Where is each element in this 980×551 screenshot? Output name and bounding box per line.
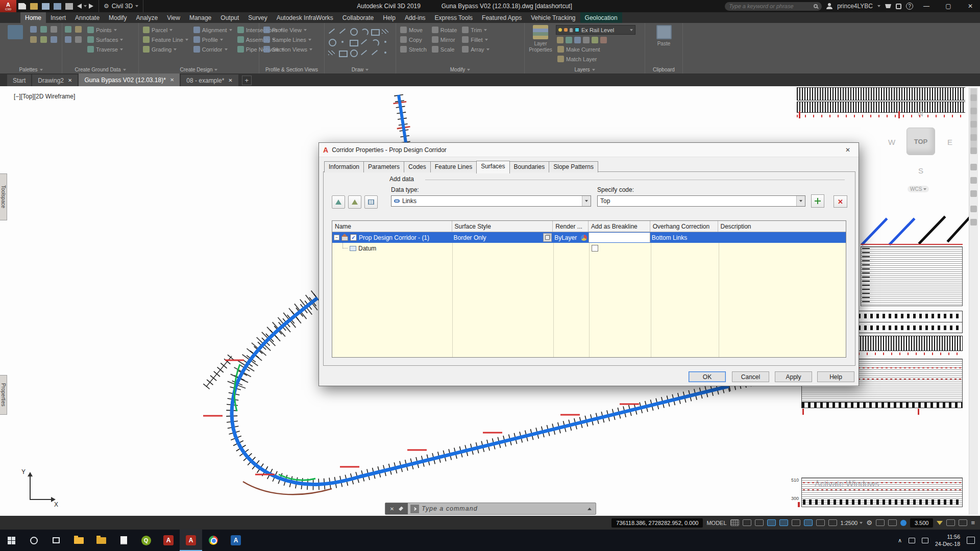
column-header-name[interactable]: Name (332, 221, 452, 232)
column-header-surface-style[interactable]: Surface Style (452, 221, 553, 232)
gradient-tool-icon[interactable] (327, 48, 337, 58)
help-search-box[interactable] (725, 2, 822, 11)
units-icon[interactable] (900, 520, 906, 526)
nav-tool-icon[interactable] (970, 134, 977, 141)
arc-tool-icon[interactable] (359, 27, 369, 36)
ribbon-tab-express-tools[interactable]: Express Tools (430, 12, 477, 23)
stay-connected-icon[interactable] (896, 4, 901, 9)
tab-parameters[interactable]: Parameters (363, 161, 404, 172)
civil3d-active-button[interactable]: A (180, 530, 202, 551)
cortana-button[interactable] (22, 530, 45, 551)
tab-slope-patterns[interactable]: Slope Patterns (549, 161, 598, 172)
compass-east[interactable]: E (947, 138, 952, 146)
minimize-button[interactable]: — (918, 0, 935, 12)
nav-tool-icon[interactable] (970, 121, 977, 128)
close-tab-icon[interactable]: ✕ (68, 78, 72, 83)
nav-tool-icon[interactable] (970, 206, 977, 212)
notepad-button[interactable] (112, 530, 135, 551)
nav-tool-icon[interactable] (970, 147, 977, 154)
dynamic-input-icon[interactable] (767, 519, 776, 526)
panel-label-profile-section-views[interactable]: Profile & Section Views (259, 67, 324, 72)
volume-icon[interactable] (922, 538, 928, 543)
task-view-button[interactable] (45, 530, 67, 551)
application-menu-button[interactable]: A C3D (0, 0, 16, 12)
file-tab-start[interactable]: Start (7, 74, 31, 86)
ribbon-tab-geolocation[interactable]: Geolocation (580, 12, 622, 23)
donut-tool-icon[interactable] (349, 48, 358, 58)
ribbon-tab-insert[interactable]: Insert (46, 12, 70, 23)
xline-tool-icon[interactable] (370, 48, 380, 58)
ribbon-tab-home[interactable]: Home (20, 12, 46, 23)
ribbon-tool[interactable]: Mirror (430, 35, 458, 44)
command-line[interactable]: ✕ Type a command (385, 503, 596, 515)
rectangle-tool-icon[interactable] (370, 27, 380, 36)
column-header-description[interactable]: Description (718, 221, 846, 232)
ribbon-tool[interactable]: Move (399, 25, 428, 35)
layer-off-icon[interactable] (557, 37, 564, 43)
app-store-icon[interactable] (885, 4, 891, 8)
ribbon-tool[interactable]: Grading (141, 44, 190, 54)
polyline-tool-icon[interactable] (338, 27, 348, 36)
ok-button[interactable]: OK (689, 371, 726, 382)
create-corridor-surface-button[interactable] (332, 195, 345, 209)
model-space-button[interactable]: MODEL (706, 520, 726, 526)
layer-freeze-tool-icon[interactable] (574, 37, 581, 43)
compass-south[interactable]: S (918, 166, 923, 175)
data-type-combo[interactable]: Links (391, 195, 591, 207)
ribbon-tab-add-ins[interactable]: Add-ins (400, 12, 430, 23)
ribbon-tool[interactable]: Make Current (556, 44, 635, 54)
ribbon-tab-output[interactable]: Output (216, 12, 243, 23)
command-customize-icon[interactable] (399, 507, 403, 511)
survey-palette-icon[interactable] (51, 26, 57, 33)
ribbon-tool[interactable]: Fillet (460, 35, 491, 44)
divide-tool-icon[interactable] (381, 37, 390, 47)
file-tab-example[interactable]: 08 - example*✕ (181, 74, 238, 86)
style-picker-button[interactable] (543, 233, 552, 242)
layer-dropdown[interactable]: Ex Rail Level (556, 25, 635, 35)
nav-tool-icon[interactable] (970, 94, 977, 101)
autocad-button[interactable]: A (157, 530, 180, 551)
dialog-close-button[interactable]: ✕ (840, 145, 855, 155)
nav-tool-icon[interactable] (970, 219, 977, 226)
ribbon-tab-featured-apps[interactable]: Featured Apps (477, 12, 526, 23)
circle-tool-icon[interactable] (349, 27, 358, 36)
linework-icon[interactable] (75, 36, 82, 43)
tool-palettes-icon[interactable] (30, 36, 37, 43)
toolspace-palette-tab[interactable]: Toolspace (0, 173, 7, 220)
import-survey-icon[interactable] (65, 26, 71, 33)
nav-tool-icon[interactable] (970, 190, 977, 197)
grid-display-icon[interactable] (730, 519, 739, 526)
point-tool-icon[interactable] (338, 37, 348, 47)
ribbon-tool[interactable]: Profile View (262, 25, 314, 35)
new-drawing-icon[interactable] (18, 3, 26, 10)
command-input[interactable]: Type a command (422, 505, 478, 512)
search-icon[interactable] (814, 4, 818, 8)
design-center-icon[interactable] (51, 36, 57, 43)
ribbon-tab-view[interactable]: View (162, 12, 185, 23)
table-row-corridor-surface[interactable]: − ✓ Prop Design Corridor - (1) Border On… (332, 232, 846, 243)
close-tab-icon[interactable]: ✕ (228, 78, 232, 83)
surface-creation-icon[interactable] (65, 36, 71, 43)
command-history-caret-icon[interactable] (587, 508, 592, 510)
hatch-tool-icon[interactable] (381, 27, 390, 36)
infer-constraints-icon[interactable] (755, 519, 764, 526)
save-as-icon[interactable] (54, 3, 61, 10)
panel-label-create-ground-data[interactable]: Create Ground Data (62, 67, 138, 72)
annotation-scale-button[interactable]: 1:2500 (841, 520, 863, 526)
save-icon[interactable] (42, 3, 50, 10)
tab-feature-lines[interactable]: Feature Lines (430, 161, 477, 172)
ribbon-tab-annotate[interactable]: Annotate (70, 12, 104, 23)
qgis-button[interactable]: Q (135, 530, 157, 551)
properties-palette-icon[interactable] (30, 26, 37, 33)
taskbar-clock[interactable]: 11:56 24-Dec-18 (935, 533, 960, 547)
ribbon-tool[interactable]: Stretch (399, 44, 428, 54)
panel-label-layers[interactable]: Layers (525, 67, 645, 72)
ribbon-tab-help[interactable]: Help (378, 12, 400, 23)
ribbon-tool[interactable]: Points (86, 25, 125, 35)
cancel-button[interactable]: Cancel (732, 371, 769, 382)
layer-properties-button[interactable]: Layer Properties (527, 25, 554, 65)
help-button[interactable]: Help (817, 371, 854, 382)
column-header-render[interactable]: Render ... (553, 221, 589, 232)
ribbon-tool[interactable]: Rotate (430, 25, 458, 35)
tab-codes[interactable]: Codes (404, 161, 431, 172)
